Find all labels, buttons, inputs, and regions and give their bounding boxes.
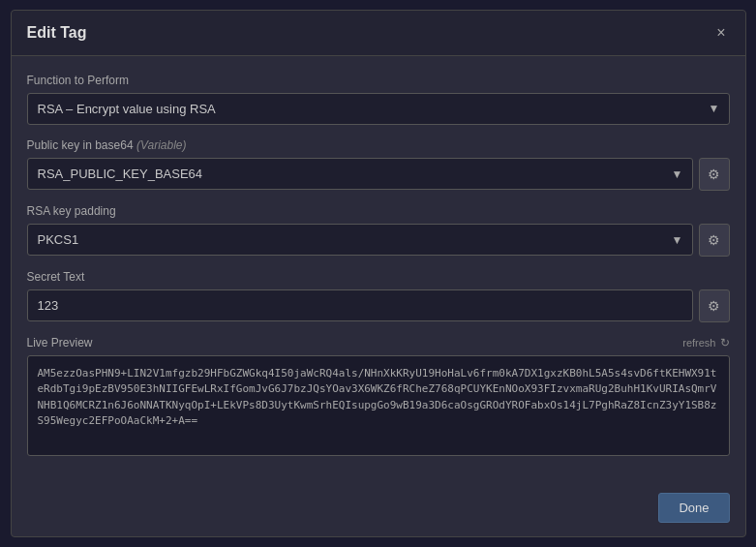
public-key-select[interactable]: RSA_PUBLIC_KEY_BASE64 [27,158,693,190]
function-select-wrapper: RSA – Encrypt value using RSA ▼ [27,93,730,125]
public-key-label: Public key in base64 (Variable) [27,138,730,152]
rsa-padding-gear-button[interactable]: ⚙ [699,224,730,257]
modal-title: Edit Tag [27,24,87,42]
modal-footer: Done [12,483,745,536]
secret-text-input[interactable] [27,289,693,321]
rsa-padding-label: RSA key padding [27,204,730,218]
secret-text-label: Secret Text [27,270,730,284]
public-key-row: RSA_PUBLIC_KEY_BASE64 ▼ ⚙ [27,158,730,191]
close-button[interactable]: × [712,25,729,41]
refresh-button[interactable]: refresh ↻ [682,336,729,349]
rsa-padding-row: PKCS1 ▼ ⚙ [27,224,730,257]
live-preview-text: AM5ezzOasPHN9+LIN2V1mfgzb29HFbGZWGkq4I50… [27,355,730,457]
secret-text-field-group: Secret Text ⚙ [27,270,730,322]
public-key-select-wrapper: RSA_PUBLIC_KEY_BASE64 ▼ [27,158,693,190]
done-button[interactable]: Done [658,493,729,523]
live-preview-field-group: Live Preview refresh ↻ AM5ezzOasPHN9+LIN… [27,336,730,461]
function-select[interactable]: RSA – Encrypt value using RSA [27,93,730,125]
modal-header: Edit Tag × [12,11,745,56]
rsa-padding-select-wrapper: PKCS1 ▼ [27,224,693,256]
variable-tag: (Variable) [136,138,187,152]
live-preview-label: Live Preview [27,336,93,349]
rsa-padding-field-group: RSA key padding PKCS1 ▼ ⚙ [27,204,730,257]
refresh-label: refresh [682,337,715,349]
rsa-padding-select[interactable]: PKCS1 [27,224,693,256]
edit-tag-modal: Edit Tag × Function to Perform RSA – Enc… [11,10,746,538]
secret-text-row: ⚙ [27,289,730,322]
refresh-icon: ↻ [720,336,730,349]
secret-text-gear-button[interactable]: ⚙ [699,289,730,322]
modal-body: Function to Perform RSA – Encrypt value … [12,56,745,484]
live-preview-header: Live Preview refresh ↻ [27,336,730,349]
function-label: Function to Perform [27,74,730,87]
function-field-group: Function to Perform RSA – Encrypt value … [27,74,730,125]
public-key-gear-button[interactable]: ⚙ [699,158,730,191]
public-key-field-group: Public key in base64 (Variable) RSA_PUBL… [27,138,730,191]
